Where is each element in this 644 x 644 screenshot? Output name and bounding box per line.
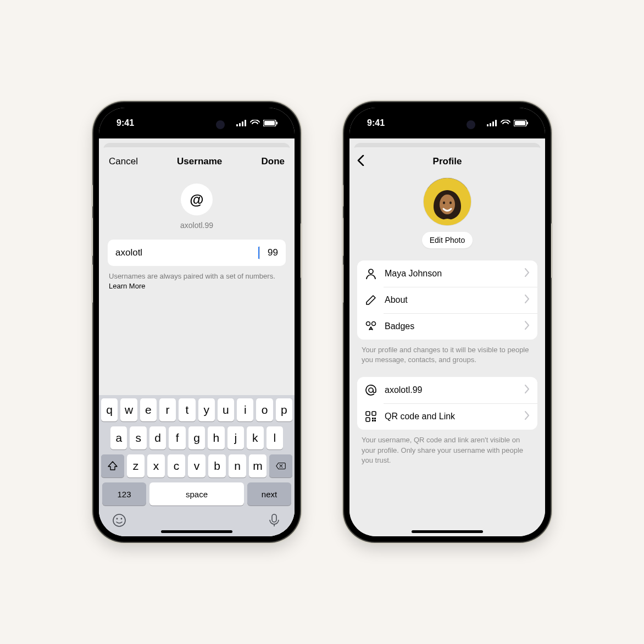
key-z[interactable]: z [127,454,145,478]
chevron-right-icon [524,411,530,422]
chevron-right-icon [524,295,530,306]
key-s[interactable]: s [130,426,146,449]
numeric-key[interactable]: 123 [102,482,146,506]
profile-visibility-note: Your profile and changes to it will be v… [362,345,533,365]
key-g[interactable]: g [188,426,205,449]
at-icon [365,384,377,396]
key-u[interactable]: u [218,398,234,421]
key-i[interactable]: i [237,398,253,421]
row-label: Maya Johnson [385,269,517,279]
keyboard-row-3: zxcvbnm [101,454,292,478]
keyboard: qwertyuiop asdfghjkl zxcvbnm 123 space n… [99,395,295,536]
status-time: 9:41 [367,118,385,128]
key-r[interactable]: r [159,398,176,421]
list-row[interactable]: axolotl.99 [357,377,537,403]
username-input[interactable]: axolotl [115,247,258,258]
key-c[interactable]: c [168,454,185,478]
pencil-icon [365,294,377,306]
key-k[interactable]: k [247,426,263,449]
person-icon [365,268,377,280]
key-o[interactable]: o [256,398,273,421]
username-preview: axolotl.99 [99,221,295,230]
key-p[interactable]: p [276,398,292,421]
username-input-row[interactable]: axolotl 99 [108,240,286,266]
list-row[interactable]: Maya Johnson [357,260,537,287]
profile-info-card: Maya JohnsonAboutBadges [357,260,537,340]
key-v[interactable]: v [188,454,206,478]
username-privacy-note: Your username, QR code and link aren't v… [362,435,533,465]
key-n[interactable]: n [229,454,246,478]
emoji-icon[interactable] [112,513,126,530]
wifi-icon [501,120,510,126]
back-button[interactable] [357,155,365,168]
keyboard-row-1: qwertyuiop [101,398,292,421]
shift-key[interactable] [101,454,124,478]
page-title: Profile [433,156,462,167]
chevron-right-icon [524,385,530,396]
row-label: About [385,295,517,305]
list-row[interactable]: QR code and Link [357,403,537,430]
avatar[interactable] [424,178,471,225]
key-q[interactable]: q [101,398,118,421]
key-f[interactable]: f [169,426,185,449]
key-a[interactable]: a [110,426,127,449]
home-indicator[interactable] [161,530,232,533]
key-m[interactable]: m [249,454,267,478]
row-label: Badges [385,321,517,331]
status-time: 9:41 [116,118,134,128]
battery-icon [514,120,529,126]
key-w[interactable]: w [120,398,137,421]
cancel-button[interactable]: Cancel [109,156,138,167]
username-suffix: 99 [268,247,278,258]
key-b[interactable]: b [208,454,226,478]
phone-left: 9:41 Cancel Username Done @ axolotl.99 a… [93,102,300,542]
backspace-key[interactable] [269,454,292,478]
at-icon-circle: @ [181,184,213,215]
list-row[interactable]: Badges [357,313,537,340]
wifi-icon [250,120,260,126]
username-card: axolotl.99QR code and Link [357,377,537,430]
row-label: axolotl.99 [385,385,517,395]
badges-icon [365,320,377,332]
list-row[interactable]: About [357,287,537,313]
next-key[interactable]: next [247,482,291,506]
input-divider [259,246,260,259]
username-sheet: Cancel Username Done @ axolotl.99 axolot… [99,147,295,536]
cellular-icon [236,120,247,126]
chevron-right-icon [524,268,530,279]
key-d[interactable]: d [149,426,166,449]
profile-sheet: Profile Edit Photo Maya JohnsonA [349,147,545,536]
dynamic-island [164,115,230,134]
done-button[interactable]: Done [261,156,285,167]
learn-more-link[interactable]: Learn More [109,282,145,290]
phone-right: 9:41 Profile [344,102,551,542]
key-y[interactable]: y [198,398,215,421]
key-l[interactable]: l [267,426,283,449]
svg-point-26 [443,202,445,204]
battery-icon [263,120,278,126]
dictation-icon[interactable] [267,513,281,530]
key-t[interactable]: t [179,398,195,421]
key-j[interactable]: j [227,426,244,449]
home-indicator[interactable] [412,530,483,533]
cellular-icon [487,120,497,126]
edit-photo-button[interactable]: Edit Photo [422,232,473,248]
space-key[interactable]: space [149,482,244,506]
qr-icon [365,410,377,423]
keyboard-row-2: asdfghjkl [101,426,292,449]
key-x[interactable]: x [147,454,165,478]
sheet-title: Username [177,156,222,167]
dynamic-island [414,115,480,134]
row-label: QR code and Link [385,412,517,421]
chevron-right-icon [524,321,530,332]
key-h[interactable]: h [208,426,224,449]
helper-text: Usernames are always paired with a set o… [109,272,275,280]
key-e[interactable]: e [140,398,157,421]
chevron-left-icon [357,155,365,166]
svg-point-27 [449,202,452,204]
